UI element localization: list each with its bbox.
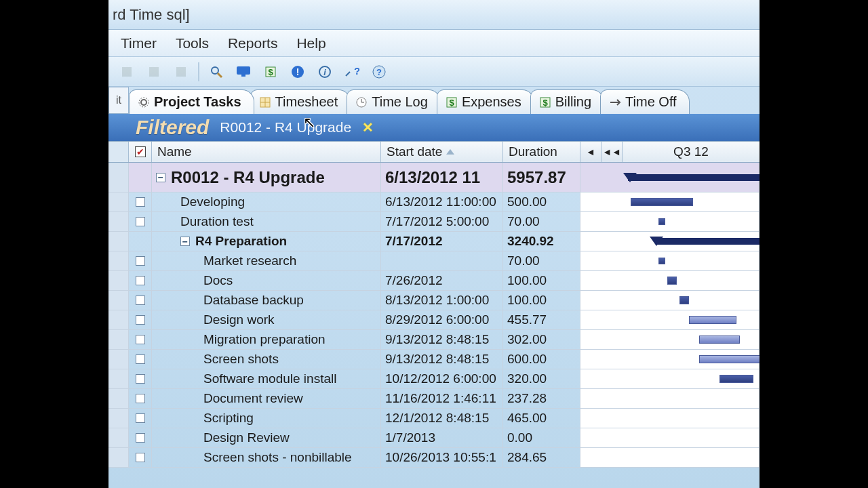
- tab-time-off[interactable]: Time Off: [600, 89, 690, 114]
- row-checkbox-cell[interactable]: [129, 271, 152, 290]
- table-row[interactable]: Screen shots - nonbillable10/26/2013 10:…: [108, 448, 760, 468]
- row-gutter: [108, 163, 129, 192]
- svg-rect-1: [149, 67, 159, 77]
- timeline-fast-prev-icon[interactable]: ◄◄: [601, 142, 622, 162]
- toolbar-separator: [198, 62, 199, 81]
- gantt-bar[interactable]: [699, 355, 760, 363]
- tab-billing[interactable]: $Billing: [530, 89, 604, 114]
- table-row[interactable]: Duration test7/17/2012 5:00:0070.00: [108, 212, 760, 232]
- row-gutter: [108, 369, 129, 388]
- tab-expenses[interactable]: $Expenses: [437, 89, 534, 114]
- tab-label: Expenses: [462, 94, 521, 110]
- gantt-bar[interactable]: [658, 258, 665, 264]
- toolbar-btn-3[interactable]: [171, 62, 191, 82]
- header-name[interactable]: Name: [152, 142, 381, 162]
- row-duration-cell: 284.65: [503, 448, 580, 467]
- row-checkbox-cell[interactable]: [129, 192, 152, 211]
- gantt-bar[interactable]: [667, 277, 677, 285]
- gantt-bar[interactable]: [699, 336, 740, 344]
- checkbox-icon[interactable]: [136, 394, 145, 403]
- table-row[interactable]: Document review11/16/2012 1:46:11237.28: [108, 389, 760, 409]
- row-checkbox-cell[interactable]: [129, 350, 152, 369]
- help-icon[interactable]: ?: [369, 62, 389, 82]
- checkbox-icon[interactable]: [136, 374, 145, 384]
- table-row[interactable]: Docs7/26/2012100.00: [108, 271, 760, 291]
- about-icon[interactable]: i: [315, 62, 335, 82]
- menu-help[interactable]: Help: [296, 35, 326, 52]
- toolbar-btn-1[interactable]: [117, 62, 137, 82]
- tab-project-tasks[interactable]: Project Tasks: [129, 89, 254, 114]
- tabs-bar: it Project TasksTimesheetTime Log$Expens…: [108, 87, 760, 114]
- toolbar-btn-2[interactable]: [144, 62, 164, 82]
- table-row[interactable]: Scripting12/1/2012 8:48:15465.00: [108, 409, 760, 428]
- header-start[interactable]: Start date: [381, 142, 503, 162]
- row-checkbox-cell[interactable]: [129, 428, 152, 447]
- row-name-cell: Screen shots - nonbillable: [152, 448, 381, 467]
- row-checkbox-cell[interactable]: [129, 163, 152, 192]
- table-row[interactable]: −R0012 - R4 Upgrade6/13/2012 115957.87: [108, 163, 760, 192]
- gantt-bar[interactable]: [679, 296, 689, 304]
- row-checkbox-cell[interactable]: [129, 448, 152, 467]
- row-checkbox-cell[interactable]: [129, 251, 152, 270]
- app-window: rd Time sql] Timer Tools Reports Help $ …: [108, 0, 760, 488]
- collapse-icon[interactable]: −: [180, 237, 190, 246]
- table-row[interactable]: Screen shots9/13/2012 8:48:15600.00: [108, 350, 760, 369]
- row-checkbox-cell[interactable]: [129, 291, 152, 310]
- table-row[interactable]: Database backup8/13/2012 1:00:00100.00: [108, 291, 760, 310]
- timeline-prev-icon[interactable]: ◄: [580, 142, 601, 162]
- header-timeline-period[interactable]: Q3 12: [623, 142, 760, 162]
- header-start-label: Start date: [387, 144, 442, 159]
- magnifier-icon[interactable]: [206, 62, 226, 82]
- gantt-bar[interactable]: [658, 218, 665, 225]
- checkbox-icon[interactable]: [136, 335, 145, 344]
- grid-body: −R0012 - R4 Upgrade6/13/2012 115957.87De…: [108, 163, 760, 468]
- row-name-cell: Design Review: [152, 428, 381, 447]
- row-checkbox-cell[interactable]: [129, 212, 152, 231]
- checkbox-icon[interactable]: [136, 315, 145, 325]
- table-row[interactable]: Design work8/29/2012 6:00:00455.77: [108, 310, 760, 330]
- gantt-bar[interactable]: [689, 316, 736, 324]
- summary-bar[interactable]: [656, 238, 760, 245]
- menu-timer[interactable]: Timer: [121, 35, 157, 52]
- table-row[interactable]: −R4 Preparation7/17/20123240.92: [108, 232, 760, 251]
- checkbox-icon[interactable]: [136, 413, 145, 423]
- menu-reports[interactable]: Reports: [228, 35, 278, 52]
- row-checkbox-cell[interactable]: [129, 389, 152, 408]
- summary-bar[interactable]: [628, 174, 760, 181]
- header-check-column[interactable]: ✔: [129, 142, 152, 162]
- svg-text:!: !: [296, 66, 300, 77]
- row-checkbox-cell[interactable]: [129, 310, 152, 329]
- gantt-bar[interactable]: [631, 198, 693, 206]
- whats-this-icon[interactable]: ?: [342, 62, 362, 82]
- checkbox-icon[interactable]: [136, 256, 145, 266]
- row-start-cell: 11/16/2012 1:46:11: [381, 389, 503, 408]
- collapse-icon[interactable]: −: [156, 173, 165, 182]
- gantt-bar[interactable]: [719, 375, 753, 383]
- row-checkbox-cell[interactable]: [129, 409, 152, 428]
- checkbox-icon[interactable]: [136, 217, 145, 226]
- svg-rect-0: [122, 67, 132, 77]
- checkbox-icon[interactable]: [136, 197, 145, 207]
- row-checkbox-cell[interactable]: [129, 330, 152, 349]
- row-checkbox-cell[interactable]: [129, 369, 152, 388]
- row-gantt-cell: [580, 448, 760, 467]
- table-row[interactable]: Market research70.00: [108, 251, 760, 271]
- header-duration[interactable]: Duration: [503, 142, 580, 162]
- checkbox-icon[interactable]: [136, 296, 145, 305]
- checkbox-icon[interactable]: [136, 433, 145, 443]
- table-row[interactable]: Migration preparation9/13/2012 8:48:1530…: [108, 330, 760, 350]
- checkbox-icon[interactable]: [136, 276, 145, 285]
- checkbox-icon[interactable]: [136, 354, 145, 364]
- info-circle-icon[interactable]: !: [288, 62, 308, 82]
- table-row[interactable]: Developing6/13/2012 11:00:00500.00: [108, 192, 760, 212]
- table-row[interactable]: Design Review1/7/20130.00: [108, 428, 760, 448]
- menu-tools[interactable]: Tools: [176, 35, 209, 52]
- tab-timesheet[interactable]: Timesheet: [250, 89, 351, 114]
- tab-time-log[interactable]: Time Log: [347, 89, 441, 114]
- filter-clear-icon[interactable]: ✕: [362, 119, 374, 136]
- table-row[interactable]: Software module install10/12/2012 6:00:0…: [108, 369, 760, 389]
- checkbox-icon[interactable]: [136, 453, 145, 462]
- dollar-icon[interactable]: $: [260, 62, 281, 82]
- row-checkbox-cell[interactable]: [129, 232, 152, 251]
- monitor-icon[interactable]: [233, 62, 254, 82]
